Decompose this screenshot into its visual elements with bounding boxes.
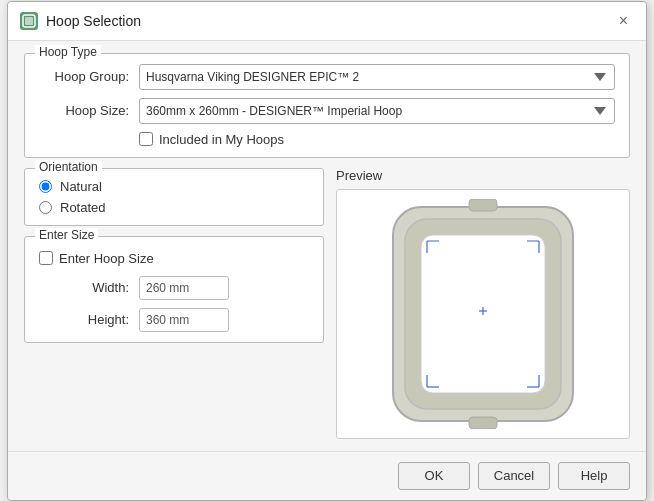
left-panels: Orientation Natural Rotated Enter Size (24, 168, 324, 439)
svg-rect-16 (469, 417, 497, 429)
enter-size-section: Enter Size Enter Hoop Size Width: Height… (24, 236, 324, 343)
height-row: Height: (39, 308, 309, 332)
hoop-group-row: Hoop Group: Husqvarna Viking DESIGNER EP… (39, 64, 615, 90)
included-row: Included in My Hoops (39, 132, 615, 147)
preview-section: Preview (336, 168, 630, 439)
hoop-preview-svg (383, 199, 583, 429)
dialog-footer: OK Cancel Help (8, 451, 646, 500)
included-label[interactable]: Included in My Hoops (159, 132, 284, 147)
orientation-label: Orientation (35, 160, 102, 174)
width-row: Width: (39, 276, 309, 300)
hoop-type-label: Hoop Type (35, 45, 101, 59)
main-content: Orientation Natural Rotated Enter Size (24, 168, 630, 439)
ok-button[interactable]: OK (398, 462, 470, 490)
close-button[interactable]: × (613, 10, 634, 32)
width-input[interactable] (139, 276, 229, 300)
hoop-size-label: Hoop Size: (39, 103, 139, 118)
enter-size-checkbox[interactable] (39, 251, 53, 265)
svg-rect-15 (469, 199, 497, 211)
natural-row: Natural (39, 179, 309, 194)
hoop-group-select[interactable]: Husqvarna Viking DESIGNER EPIC™ 2 (139, 64, 615, 90)
natural-label[interactable]: Natural (60, 179, 102, 194)
dialog-title: Hoop Selection (46, 13, 613, 29)
rotated-radio[interactable] (39, 201, 52, 214)
height-input[interactable] (139, 308, 229, 332)
hoop-size-row: Hoop Size: 360mm x 260mm - DESIGNER™ Imp… (39, 98, 615, 124)
hoop-size-select[interactable]: 360mm x 260mm - DESIGNER™ Imperial Hoop (139, 98, 615, 124)
cancel-button[interactable]: Cancel (478, 462, 550, 490)
rotated-label[interactable]: Rotated (60, 200, 106, 215)
included-checkbox[interactable] (139, 132, 153, 146)
dialog-icon (20, 12, 38, 30)
svg-rect-1 (25, 17, 33, 25)
height-label: Height: (39, 312, 139, 327)
orientation-section: Orientation Natural Rotated (24, 168, 324, 226)
preview-container (336, 189, 630, 439)
enter-size-checkbox-label[interactable]: Enter Hoop Size (59, 251, 154, 266)
natural-radio[interactable] (39, 180, 52, 193)
rotated-row: Rotated (39, 200, 309, 215)
help-button[interactable]: Help (558, 462, 630, 490)
preview-label: Preview (336, 168, 630, 183)
title-bar: Hoop Selection × (8, 2, 646, 41)
hoop-selection-dialog: Hoop Selection × Hoop Type Hoop Group: H… (7, 1, 647, 501)
enter-size-label: Enter Size (35, 228, 98, 242)
dialog-body: Hoop Type Hoop Group: Husqvarna Viking D… (8, 41, 646, 451)
width-label: Width: (39, 280, 139, 295)
enter-hoop-size-row: Enter Hoop Size (39, 251, 309, 266)
hoop-group-label: Hoop Group: (39, 69, 139, 84)
hoop-type-section: Hoop Type Hoop Group: Husqvarna Viking D… (24, 53, 630, 158)
